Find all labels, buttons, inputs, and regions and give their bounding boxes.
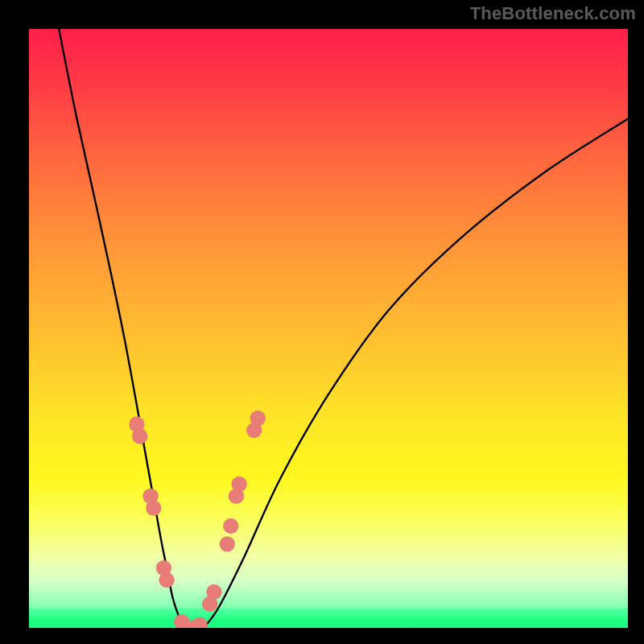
plot-area (29, 29, 628, 628)
chart-frame: TheBottleneck.com (0, 0, 644, 644)
highlight-marker (146, 501, 161, 516)
highlight-marker (192, 617, 207, 628)
curve-layer (59, 29, 628, 628)
chart-svg (29, 29, 628, 628)
highlight-marker (159, 572, 174, 588)
bottleneck-curve (59, 29, 628, 628)
highlight-marker (231, 477, 246, 492)
marker-layer (129, 411, 266, 628)
watermark-text: TheBottleneck.com (470, 3, 636, 24)
highlight-marker (206, 584, 221, 600)
highlight-marker (223, 518, 238, 534)
highlight-marker (220, 536, 235, 551)
highlight-marker (132, 428, 147, 444)
highlight-marker (250, 411, 266, 426)
